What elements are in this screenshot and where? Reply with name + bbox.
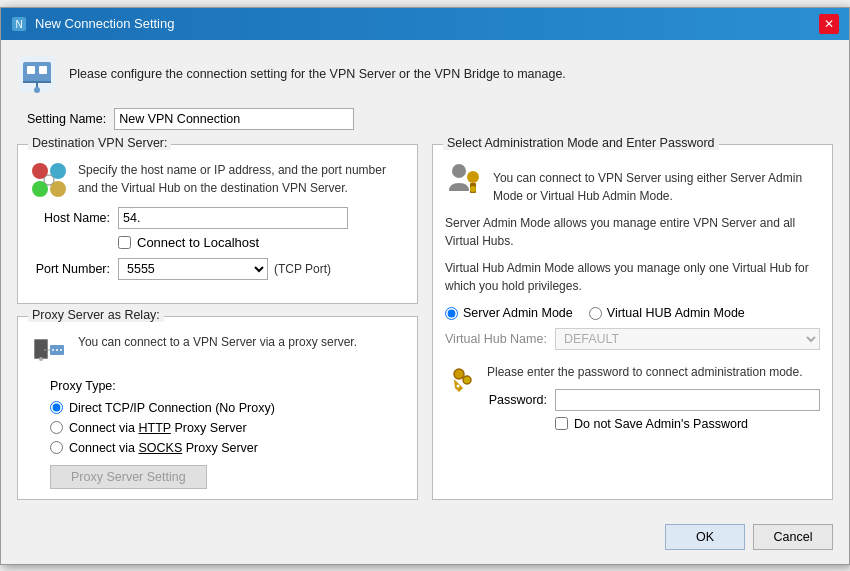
proxy-server-setting-button[interactable]: Proxy Server Setting xyxy=(50,465,207,489)
setting-name-input[interactable] xyxy=(114,108,354,130)
admin-mode-radios: Server Admin Mode Virtual HUB Admin Mode xyxy=(445,306,820,320)
destination-description: Specify the host name or IP address, and… xyxy=(78,161,405,197)
admin-group-label: Select Administration Mode and Enter Pas… xyxy=(443,136,719,150)
setting-name-label: Setting Name: xyxy=(27,112,106,126)
close-button[interactable]: ✕ xyxy=(819,14,839,34)
svg-point-23 xyxy=(454,369,464,379)
dialog-body: Please configure the connection setting … xyxy=(1,40,849,564)
svg-point-16 xyxy=(52,349,54,351)
proxy-type-group: Proxy Type: Direct TCP/IP Connection (No… xyxy=(50,379,405,455)
ok-button[interactable]: OK xyxy=(665,524,745,550)
proxy-http-radio[interactable] xyxy=(50,421,63,434)
connect-localhost-row: Connect to Localhost xyxy=(118,235,405,250)
save-password-label: Do not Save Admin's Password xyxy=(574,417,748,431)
port-number-dropdown[interactable]: 5555 443 992 1194 xyxy=(118,258,268,280)
proxy-type-label: Proxy Type: xyxy=(50,379,116,393)
password-right: Please enter the password to connect adm… xyxy=(487,364,820,431)
vhub-name-label: Virtual Hub Name: xyxy=(445,332,547,346)
password-field-row: Password: xyxy=(487,389,820,411)
proxy-type-label-row: Proxy Type: xyxy=(50,379,405,393)
save-password-row: Do not Save Admin's Password xyxy=(555,417,820,431)
save-password-checkbox[interactable] xyxy=(555,417,568,430)
svg-rect-13 xyxy=(35,340,47,358)
server-admin-radio[interactable] xyxy=(445,307,458,320)
server-admin-radio-row: Server Admin Mode xyxy=(445,306,573,320)
proxy-description: You can connect to a VPN Server via a pr… xyxy=(78,333,357,351)
header-icon xyxy=(17,54,57,94)
setting-name-row: Setting Name: xyxy=(27,108,833,130)
destination-group-label: Destination VPN Server: xyxy=(28,136,171,150)
proxy-http-label: Connect via HTTP Proxy Server xyxy=(69,421,247,435)
window-icon: N xyxy=(11,16,27,32)
admin-desc-1: You can connect to VPN Server using eith… xyxy=(493,169,820,206)
admin-inner: You can connect to VPN Server using eith… xyxy=(445,161,820,206)
connect-localhost-label: Connect to Localhost xyxy=(137,235,259,250)
admin-icon xyxy=(445,161,483,199)
admin-desc-3: Virtual Hub Admin Mode allows you manage… xyxy=(445,259,820,296)
proxy-icon xyxy=(30,333,68,371)
password-input[interactable] xyxy=(555,389,820,411)
dialog-window: N New Connection Setting ✕ Please config… xyxy=(0,7,850,565)
svg-point-14 xyxy=(39,357,43,361)
server-admin-label: Server Admin Mode xyxy=(463,306,573,320)
right-column: Select Administration Mode and Enter Pas… xyxy=(432,144,833,500)
header-description: Please configure the connection setting … xyxy=(69,67,566,81)
vhub-name-row: Virtual Hub Name: DEFAULT xyxy=(445,328,820,350)
password-section: Please enter the password to connect adm… xyxy=(445,364,820,431)
svg-point-20 xyxy=(467,171,479,183)
cancel-button[interactable]: Cancel xyxy=(753,524,833,550)
host-name-label: Host Name: xyxy=(30,211,110,225)
destination-group-inner: Specify the host name or IP address, and… xyxy=(30,161,405,199)
title-bar: N New Connection Setting ✕ xyxy=(1,8,849,40)
destination-icon xyxy=(30,161,68,199)
svg-point-17 xyxy=(56,349,58,351)
left-column: Destination VPN Server: Specify the host… xyxy=(17,144,418,500)
admin-mode-group: Select Administration Mode and Enter Pas… xyxy=(432,144,833,500)
proxy-socks-radio[interactable] xyxy=(50,441,63,454)
admin-text: You can connect to VPN Server using eith… xyxy=(493,161,820,206)
host-name-input[interactable] xyxy=(118,207,348,229)
password-label: Password: xyxy=(487,393,547,407)
svg-point-25 xyxy=(457,385,460,388)
svg-point-18 xyxy=(60,349,62,351)
svg-point-24 xyxy=(463,376,471,384)
proxy-btn-row: Proxy Server Setting xyxy=(30,455,405,489)
connect-localhost-checkbox[interactable] xyxy=(118,236,131,249)
port-number-label: Port Number: xyxy=(30,262,110,276)
main-columns: Destination VPN Server: Specify the host… xyxy=(17,144,833,500)
svg-point-19 xyxy=(452,164,466,178)
admin-desc-2: Server Admin Mode allows you manage enti… xyxy=(445,214,820,251)
port-number-wrap: 5555 443 992 1194 (TCP Port) xyxy=(118,258,331,280)
svg-point-22 xyxy=(470,186,476,192)
title-bar-left: N New Connection Setting xyxy=(11,16,174,32)
svg-point-11 xyxy=(44,175,54,185)
destination-vpn-group: Destination VPN Server: Specify the host… xyxy=(17,144,418,304)
svg-text:N: N xyxy=(15,19,22,30)
header-section: Please configure the connection setting … xyxy=(17,54,833,94)
proxy-server-group: Proxy Server as Relay: You can xyxy=(17,316,418,500)
proxy-direct-label: Direct TCP/IP Connection (No Proxy) xyxy=(69,401,275,415)
port-number-row: Port Number: 5555 443 992 1194 (TCP Port… xyxy=(30,258,405,280)
virtual-hub-radio[interactable] xyxy=(589,307,602,320)
virtual-hub-radio-row: Virtual HUB Admin Mode xyxy=(589,306,745,320)
virtual-hub-label: Virtual HUB Admin Mode xyxy=(607,306,745,320)
vhub-name-dropdown[interactable]: DEFAULT xyxy=(555,328,820,350)
proxy-socks-label: Connect via SOCKS Proxy Server xyxy=(69,441,258,455)
svg-rect-4 xyxy=(27,66,35,74)
tcp-label: (TCP Port) xyxy=(274,262,331,276)
window-title: New Connection Setting xyxy=(35,16,174,31)
svg-rect-5 xyxy=(39,66,47,74)
proxy-option-2: Connect via HTTP Proxy Server xyxy=(50,421,405,435)
svg-point-6 xyxy=(34,87,40,93)
proxy-group-inner: You can connect to a VPN Server via a pr… xyxy=(30,333,405,371)
host-name-row: Host Name: xyxy=(30,207,405,229)
password-icon xyxy=(445,364,477,396)
proxy-option-1: Direct TCP/IP Connection (No Proxy) xyxy=(50,401,405,415)
password-description: Please enter the password to connect adm… xyxy=(487,364,820,381)
proxy-direct-radio[interactable] xyxy=(50,401,63,414)
proxy-option-3: Connect via SOCKS Proxy Server xyxy=(50,441,405,455)
bottom-buttons: OK Cancel xyxy=(17,514,833,550)
proxy-group-label: Proxy Server as Relay: xyxy=(28,308,164,322)
